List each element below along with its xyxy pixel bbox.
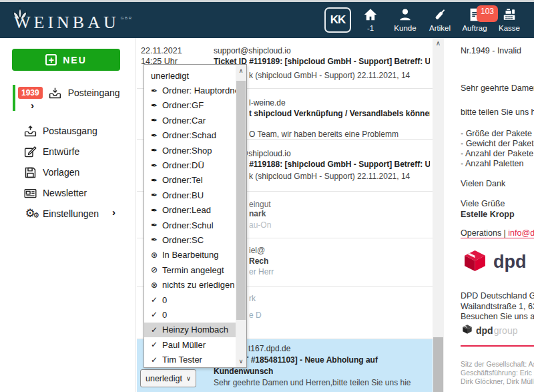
detail-list-item: - Gewicht der Pakete [461, 139, 534, 148]
dropdown-option-label: Ordner:DÜ [162, 160, 204, 170]
dropdown-option[interactable]: ✓0 [144, 307, 236, 322]
check-icon: ✓ [151, 355, 162, 365]
email-link[interactable]: info@de [508, 228, 534, 238]
pen-icon: ✒ [151, 131, 162, 140]
dropdown-option[interactable]: ⊛In Bearbeitung [144, 248, 236, 262]
scroll-up-icon[interactable]: ∧ [236, 67, 246, 74]
expand-chevron-icon[interactable]: › [31, 100, 34, 111]
sidebar-item-posteingang[interactable]: 1939 Posteingang [18, 85, 120, 100]
legal-footer: Geschäftsführung: Eric M [461, 369, 534, 377]
dropdown-option-label: 0 [162, 295, 167, 305]
dropdown-option[interactable]: ✒Ordner:SC [144, 232, 236, 247]
dropdown-option[interactable]: ⊗nichts zu erledigen [144, 277, 236, 292]
sidebar-item-postausgang[interactable]: Postausgang [23, 124, 97, 138]
dropdown-option-label: Ordner:Tel [162, 175, 203, 185]
nav-item-kunde[interactable]: Kunde [390, 7, 421, 32]
dropdown-option[interactable]: ⊘Termin angelegt [144, 262, 236, 277]
email-from: l-weine.de [249, 97, 430, 108]
plus-icon: + [45, 54, 57, 65]
nav-label: Kasse [499, 24, 520, 32]
pen-icon: ✒ [151, 176, 162, 185]
in-progress-icon: ⊛ [151, 250, 162, 260]
sidebar-item-label: Postausgang [43, 126, 97, 136]
draft-icon [23, 144, 37, 159]
email-from: support@shipcloud.io [214, 45, 430, 56]
dropdown-option[interactable]: ✒Ordner:Schul [144, 218, 236, 232]
sidebar-item-label: Posteingang [68, 87, 120, 98]
dpdgroup-logo: dpd group [462, 324, 517, 337]
email-preview: Sehr geehrte Damen und Herren,bitte teil… [214, 377, 430, 389]
inbox-icon [48, 85, 63, 100]
pen-icon: ✒ [151, 161, 162, 170]
dropdown-option[interactable]: ✓Heinzy Hombach [144, 323, 236, 337]
dpd-wordmark: dpd [493, 252, 526, 272]
dropdown-option[interactable]: ✒Ordner:Schad [144, 128, 236, 143]
nav-item-home[interactable]: -1 [355, 7, 386, 32]
dropdown-option[interactable]: ✒Ordner: Hauptordner [144, 83, 236, 97]
dropdown-option[interactable]: ✓Tim Tester [144, 352, 236, 367]
sidebar-item-vorlagen[interactable]: Vorlagen [23, 165, 79, 180]
detail-text: Vielen Dank [461, 179, 534, 188]
dropdown-option[interactable]: ✒Ordner:GF [144, 98, 236, 113]
dropdown-option[interactable]: unerledigt [144, 68, 236, 83]
company-address: Wailandtstraße 1, 63 [461, 302, 534, 311]
dpd-logo: dpd [463, 248, 526, 276]
brand-logo[interactable]: WEINBAU G B R [9, 6, 131, 33]
scroll-down-icon[interactable]: ∨ [236, 358, 246, 365]
dropdown-option-label: Ordner:Lead [162, 205, 211, 215]
nav-label: Kunde [394, 24, 416, 32]
new-mail-button[interactable]: + NEU [12, 49, 120, 71]
scroll-up-icon[interactable]: ∧ [433, 39, 444, 47]
detail-text: Viele Grüße [461, 199, 534, 208]
dropdown-option[interactable]: ✒Ordner:Lead [144, 203, 236, 218]
sidebar-item-entwuerfe[interactable]: Entwürfe [23, 144, 79, 159]
detail-text: bitte teilen Sie uns h [461, 108, 534, 117]
pen-icon: ✒ [151, 86, 162, 95]
dropdown-scrollbar[interactable]: ∧ ∨ [236, 65, 246, 367]
brand-name: WEINBAU [14, 13, 119, 33]
pen-icon: ✒ [151, 146, 162, 155]
nav-item-auftrag[interactable]: Auftrag103 [459, 7, 490, 32]
email-status-select[interactable]: unerledigt ∨ [140, 369, 196, 387]
email-from: eingut [249, 200, 430, 209]
settings-chevron-icon[interactable]: › [112, 206, 115, 218]
check-icon: ✓ [151, 310, 162, 319]
customer-icon [398, 7, 413, 22]
detail-list-item: - Anzahl Paletten [461, 159, 534, 168]
dropdown-option-label: unerledigt [151, 71, 189, 81]
sidebar-item-label: Entwürfe [43, 146, 79, 157]
nav-item-artikel[interactable]: Artikel [425, 7, 455, 32]
scrollbar-thumb[interactable] [433, 337, 443, 392]
company-address: DPD Deutschland Gr [461, 291, 534, 301]
dropdown-option[interactable]: ✓0 [144, 292, 236, 307]
dropdown-option[interactable]: ✓Paul Müller [144, 337, 236, 352]
dpd-parcel-icon [463, 248, 487, 276]
dropdown-option[interactable]: ✒Ordner:Car [144, 113, 236, 128]
dropdown-option[interactable]: ✒Ordner:Shop [144, 143, 236, 158]
dropdown-option-label: In Bearbeitung [162, 250, 219, 260]
email-list-scrollbar[interactable]: ∧ [433, 38, 444, 392]
kk-logo-button[interactable]: KK [324, 7, 351, 33]
app-window: WEINBAU G B R KK -1KundeArtikelAuftrag10… [0, 0, 534, 392]
dropdown-option-label: 0 [162, 310, 167, 320]
nav-item-kasse[interactable]: Kasse [494, 7, 525, 32]
unread-count-badge: 1939 [18, 87, 43, 99]
sidebar-item-einstellungen[interactable]: ⚙⚙Einstellungen [23, 206, 99, 221]
pen-icon: ✒ [151, 101, 162, 110]
dropdown-option[interactable]: ✒Ordner:DÜ [144, 158, 236, 172]
brand-suffix: G B R [121, 17, 131, 20]
company-address: Besuchen Sie uns au [461, 312, 534, 321]
sidebar-item-newsletter[interactable]: Newsletter [23, 186, 87, 200]
dropdown-option-label: Paul Müller [162, 340, 206, 350]
dropdown-option[interactable]: ✒Ordner:Tel [144, 173, 236, 188]
dropdown-option[interactable]: ✒Ordner:BU [144, 188, 236, 202]
email-preview: O Team, wir haben bereits eine Problemm [249, 129, 430, 140]
dropdown-option-label: Ordner: Hauptordner [162, 85, 242, 95]
detail-text: Sehr geehrte Damen [461, 83, 534, 93]
email-subject: T #185481103] - Neue Abholung auf [244, 355, 430, 366]
dropdown-option-label: Ordner:GF [162, 100, 204, 110]
register-icon [502, 7, 517, 22]
scrollbar-thumb[interactable] [236, 81, 246, 320]
top-nav-items: KK -1KundeArtikelAuftrag103Kasse [324, 7, 525, 33]
detail-list-item: - Anzahl der Pakete [461, 149, 534, 158]
